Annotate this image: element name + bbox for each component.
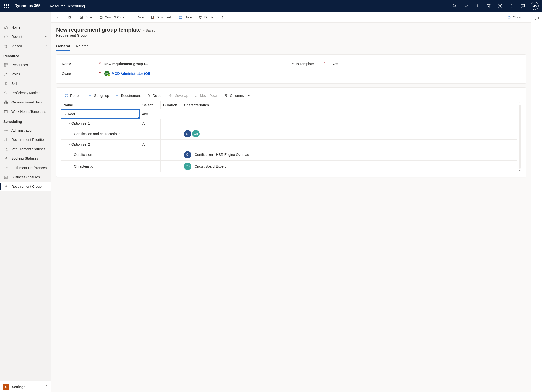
quick-create-button[interactable] xyxy=(472,0,483,12)
grid-scrollbar[interactable] xyxy=(518,101,522,172)
field-value-istemplate[interactable]: Yes xyxy=(332,62,338,66)
chat-button[interactable] xyxy=(517,0,528,12)
cell-characteristics[interactable]: C-CB xyxy=(181,128,517,139)
plus-icon xyxy=(115,94,119,98)
assistant-button[interactable] xyxy=(461,0,472,12)
grid-row[interactable]: ChracteristicCBCircuit Board Expert xyxy=(61,161,517,172)
col-header-select[interactable]: Select xyxy=(140,101,161,109)
cell-duration[interactable] xyxy=(161,140,181,149)
nav-item-pinned[interactable]: Pinned xyxy=(0,41,51,51)
expand-toggle[interactable] xyxy=(68,143,70,146)
account-button[interactable]: MA xyxy=(531,2,539,10)
col-header-duration[interactable]: Duration xyxy=(161,101,181,109)
new-button[interactable]: New xyxy=(129,12,148,23)
requirement-button[interactable]: Requirement xyxy=(113,93,143,99)
requirement-tree-section: Refresh Subgroup Requirement Delete Move… xyxy=(56,87,526,177)
nav-item-organizational-units[interactable]: Organizational Units xyxy=(0,98,51,107)
characteristic-chip[interactable]: CB xyxy=(192,130,200,137)
move-down-button[interactable]: Move Down xyxy=(192,93,221,99)
col-header-characteristics[interactable]: Characteristics xyxy=(181,101,517,109)
characteristic-chip[interactable]: C- xyxy=(184,130,191,137)
cell-select[interactable]: All xyxy=(140,140,161,149)
nav-item-recent[interactable]: Recent xyxy=(0,32,51,41)
collapse-nav-button[interactable] xyxy=(0,12,51,23)
separator xyxy=(76,14,76,21)
nav-item-skills[interactable]: Skills xyxy=(0,79,51,88)
requirement-tree-grid[interactable]: Name Select Duration Characteristics Roo… xyxy=(61,101,517,172)
cell-characteristics[interactable] xyxy=(181,140,517,149)
cell-name[interactable]: Option set 2 xyxy=(61,140,140,149)
cell-characteristics[interactable]: CBCircuit Board Expert xyxy=(181,161,517,172)
grid-delete-button[interactable]: Delete xyxy=(144,93,165,99)
cell-duration[interactable] xyxy=(161,149,181,160)
cell-select[interactable] xyxy=(140,128,161,139)
nav-item-work-hours-templates[interactable]: Work Hours Templates xyxy=(0,107,51,116)
back-button[interactable] xyxy=(52,12,63,23)
subgroup-button[interactable]: Subgroup xyxy=(86,93,112,99)
book-button[interactable]: Book xyxy=(176,12,195,23)
nav-item-requirement-priorities[interactable]: Requirement Priorities xyxy=(0,135,51,144)
svg-rect-12 xyxy=(5,101,7,102)
cell-name[interactable]: Certification and characteristic xyxy=(61,128,140,139)
cell-select[interactable]: All xyxy=(140,119,161,128)
nav-item-proficiency-models[interactable]: Proficiency Models xyxy=(0,88,51,98)
tab-related[interactable]: Related xyxy=(76,42,93,51)
cell-name[interactable]: Option set 1 xyxy=(61,119,140,128)
more-commands-button[interactable] xyxy=(217,12,228,23)
cell-duration[interactable] xyxy=(161,119,181,128)
save-close-button[interactable]: Save & Close xyxy=(96,12,129,23)
scroll-track[interactable] xyxy=(519,105,521,169)
help-button[interactable] xyxy=(506,0,517,12)
cell-select[interactable]: Any xyxy=(140,109,160,119)
nav-item-roles[interactable]: Roles xyxy=(0,69,51,79)
move-up-button[interactable]: Move Up xyxy=(166,93,191,99)
expand-toggle[interactable] xyxy=(68,122,70,125)
grid-row[interactable]: Option set 1All xyxy=(61,119,517,128)
columns-button[interactable]: Columns xyxy=(222,93,253,99)
area-switcher[interactable]: S Settings xyxy=(0,381,51,392)
assistant-rail-button[interactable] xyxy=(533,14,541,23)
grid-row[interactable]: RootAny xyxy=(61,109,517,119)
brand-title[interactable]: Dynamics 365 xyxy=(11,4,44,8)
app-name[interactable]: Resource Scheduling xyxy=(47,4,88,8)
nav-item-requirement-statuses[interactable]: Requirement Statuses xyxy=(0,144,51,154)
grid-row[interactable]: CertificationC-Certification - HSR Engin… xyxy=(61,149,517,161)
app-launcher-button[interactable] xyxy=(1,0,11,12)
cell-duration[interactable] xyxy=(161,161,181,172)
cell-select[interactable] xyxy=(140,161,161,172)
col-header-name[interactable]: Name xyxy=(61,101,140,109)
cell-select[interactable] xyxy=(140,149,161,160)
grid-row[interactable]: Certification and characteristicC-CB xyxy=(61,128,517,140)
cell-duration[interactable] xyxy=(161,128,181,139)
refresh-button[interactable]: Refresh xyxy=(62,93,85,99)
expand-toggle[interactable] xyxy=(64,113,67,116)
search-button[interactable] xyxy=(449,0,460,12)
deactivate-button[interactable]: Deactivate xyxy=(148,12,176,23)
tab-general[interactable]: General xyxy=(56,42,70,51)
characteristic-chip[interactable]: C- xyxy=(184,151,191,158)
advanced-filter-button[interactable] xyxy=(483,0,494,12)
field-value-owner[interactable]: MOD Administrator (Ofl xyxy=(112,72,150,76)
open-new-window-button[interactable] xyxy=(64,12,75,23)
cell-characteristics[interactable]: C-Certification - HSR Engine Overhau xyxy=(181,149,517,160)
cell-duration[interactable] xyxy=(160,109,181,119)
field-value-name[interactable]: New requirement group t... xyxy=(104,62,148,66)
nav-item-business-closures[interactable]: Business Closures xyxy=(0,172,51,182)
settings-button[interactable] xyxy=(495,0,506,12)
characteristic-chip[interactable]: CB xyxy=(184,163,191,170)
share-button[interactable]: Share xyxy=(504,12,530,23)
cell-name[interactable]: Root xyxy=(61,109,140,119)
nav-item-requirement-group[interactable]: Requirement Group ... xyxy=(0,182,51,191)
cell-characteristics[interactable] xyxy=(181,109,517,119)
cell-name[interactable]: Chracteristic xyxy=(61,161,140,172)
save-button[interactable]: Save xyxy=(76,12,96,23)
nav-item-resources[interactable]: Resources xyxy=(0,60,51,69)
nav-item-fulfillment-preferences[interactable]: Fulfillment Preferences xyxy=(0,163,51,172)
nav-item-booking-statuses[interactable]: Booking Statuses xyxy=(0,154,51,163)
nav-item-administration[interactable]: Administration xyxy=(0,126,51,135)
delete-button[interactable]: Delete xyxy=(195,12,217,23)
grid-row[interactable]: Option set 2All xyxy=(61,140,517,149)
cell-characteristics[interactable] xyxy=(181,119,517,128)
cell-name[interactable]: Certification xyxy=(61,149,140,160)
nav-item-home[interactable]: Home xyxy=(0,23,51,32)
